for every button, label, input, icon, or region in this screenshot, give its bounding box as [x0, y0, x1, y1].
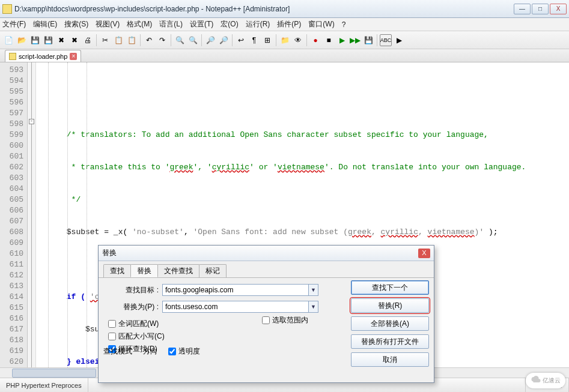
match-case-label: 匹配大小写(C): [118, 331, 165, 342]
open-file-icon[interactable]: 📂: [16, 34, 28, 46]
window-title: D:\xampp\htdocs\wordpress\wp-includes\sc…: [14, 5, 514, 13]
replace-icon[interactable]: 🔍: [187, 34, 199, 46]
find-input[interactable]: [162, 284, 309, 296]
transparency-checkbox[interactable]: [168, 348, 176, 355]
dialog-titlebar[interactable]: 替换 X: [99, 246, 434, 261]
fold-box-icon[interactable]: -: [29, 119, 34, 124]
window-maximize-button[interactable]: □: [532, 4, 549, 14]
replace-button[interactable]: 替换(R): [351, 298, 429, 313]
menubar: 文件(F) 编辑(E) 搜索(S) 视图(V) 格式(M) 语言(L) 设置(T…: [0, 18, 569, 31]
whole-word-checkbox[interactable]: [108, 320, 116, 328]
save-macro-icon[interactable]: 💾: [362, 34, 374, 46]
watermark-logo: 亿速云: [526, 373, 565, 388]
zoom-in-icon[interactable]: 🔎: [204, 34, 216, 46]
replace-all-open-button[interactable]: 替换所有打开文件: [351, 334, 429, 349]
zoom-out-icon[interactable]: 🔎: [218, 34, 230, 46]
play-macro-icon[interactable]: ▶: [336, 34, 348, 46]
transparency-label: 透明度: [178, 346, 200, 357]
copy-icon[interactable]: 📋: [112, 34, 124, 46]
print-icon[interactable]: 🖨: [82, 34, 94, 46]
match-case-checkbox[interactable]: [108, 333, 116, 340]
replace-all-button[interactable]: 全部替换(A): [351, 316, 429, 331]
menu-window[interactable]: 窗口(W): [308, 19, 334, 29]
dialog-title: 替换: [102, 248, 418, 258]
close-file-icon[interactable]: ✖: [55, 34, 67, 46]
dialog-close-button[interactable]: X: [418, 249, 430, 258]
scrollbar-thumb[interactable]: [12, 369, 96, 378]
in-selection-checkbox[interactable]: [262, 316, 270, 324]
status-language: PHP Hypertext Preproces: [0, 378, 88, 392]
cancel-button[interactable]: 取消: [351, 352, 429, 367]
document-tabbar: script-loader.php ×: [0, 49, 569, 62]
record-macro-icon[interactable]: ●: [309, 34, 321, 46]
monitor-icon[interactable]: 👁: [292, 34, 304, 46]
window-titlebar: D:\xampp\htdocs\wordpress\wp-includes\sc…: [0, 0, 569, 18]
tab-findinfiles[interactable]: 文件查找: [157, 264, 199, 277]
replace-dropdown-icon[interactable]: ▼: [309, 301, 318, 313]
menu-run[interactable]: 运行(R): [246, 19, 270, 29]
search-mode-label: 查找模式: [103, 346, 132, 357]
spellcheck-icon[interactable]: ABC: [380, 34, 392, 46]
code-text: /* translators: To add an additional Ope…: [38, 130, 488, 139]
line-number-gutter: 593 594 595 596 597 598 599 600 601 602 …: [0, 62, 28, 367]
menu-search[interactable]: 搜索(S): [64, 19, 88, 29]
paste-icon[interactable]: 📋: [126, 34, 138, 46]
find-next-button[interactable]: 查找下一个: [351, 280, 429, 295]
window-minimize-button[interactable]: —: [514, 4, 531, 14]
in-selection-label: 选取范围内: [272, 315, 308, 325]
folder-icon[interactable]: 📁: [279, 34, 291, 46]
find-dropdown-icon[interactable]: ▼: [309, 284, 318, 296]
file-type-icon: [9, 53, 16, 60]
show-all-chars-icon[interactable]: ¶: [248, 34, 260, 46]
direction-label: 方向: [143, 346, 157, 357]
cut-icon[interactable]: ✂: [99, 34, 111, 46]
fast-macro-icon[interactable]: ▶▶: [349, 34, 361, 46]
undo-icon[interactable]: ↶: [143, 34, 155, 46]
close-all-icon[interactable]: ✖: [68, 34, 81, 46]
stop-macro-icon[interactable]: ■: [323, 34, 335, 46]
menu-help[interactable]: ?: [342, 20, 346, 29]
replace-dialog: 替换 X 查找 替换 文件查找 标记 查找目标 : ▼ 替换为(P) : ▼ 选…: [98, 245, 434, 383]
app-icon: [2, 4, 12, 14]
menu-view[interactable]: 视图(V): [96, 19, 120, 29]
wrap-icon[interactable]: ↩: [235, 34, 247, 46]
spellcheck-next-icon[interactable]: ▶: [393, 34, 405, 46]
find-label: 查找目标 :: [103, 285, 159, 295]
file-tab-label: script-loader.php: [19, 53, 67, 60]
menu-format[interactable]: 格式(M): [127, 19, 152, 29]
menu-plugins[interactable]: 插件(P): [277, 19, 301, 29]
tab-mark[interactable]: 标记: [199, 264, 227, 277]
menu-macro[interactable]: 宏(O): [221, 19, 238, 29]
menu-edit[interactable]: 编辑(E): [33, 19, 57, 29]
dialog-tabs: 查找 替换 文件查找 标记: [99, 264, 434, 278]
tab-replace[interactable]: 替换: [130, 264, 158, 277]
tab-close-icon[interactable]: ×: [70, 53, 77, 60]
indent-guide-icon[interactable]: ⊞: [261, 34, 273, 46]
menu-file[interactable]: 文件(F): [2, 19, 26, 29]
tab-find[interactable]: 查找: [103, 264, 131, 277]
whole-word-label: 全词匹配(W): [118, 319, 159, 329]
replace-label: 替换为(P) :: [103, 302, 159, 312]
redo-icon[interactable]: ↷: [156, 34, 168, 46]
menu-language[interactable]: 语言(L): [159, 19, 183, 29]
save-all-icon[interactable]: 💾: [42, 34, 54, 46]
save-icon[interactable]: 💾: [29, 34, 41, 46]
replace-input[interactable]: [162, 301, 309, 313]
window-close-button[interactable]: X: [550, 4, 567, 14]
new-file-icon[interactable]: 📄: [2, 34, 14, 46]
menu-settings[interactable]: 设置(T): [190, 19, 213, 29]
file-tab[interactable]: script-loader.php ×: [5, 50, 81, 62]
fold-margin[interactable]: -: [28, 62, 36, 367]
toolbar: 📄 📂 💾 💾 ✖ ✖ 🖨 ✂ 📋 📋 ↶ ↷ 🔍 🔍 🔎 🔎 ↩ ¶ ⊞ 📁 …: [0, 31, 569, 49]
find-icon[interactable]: 🔍: [174, 34, 186, 46]
